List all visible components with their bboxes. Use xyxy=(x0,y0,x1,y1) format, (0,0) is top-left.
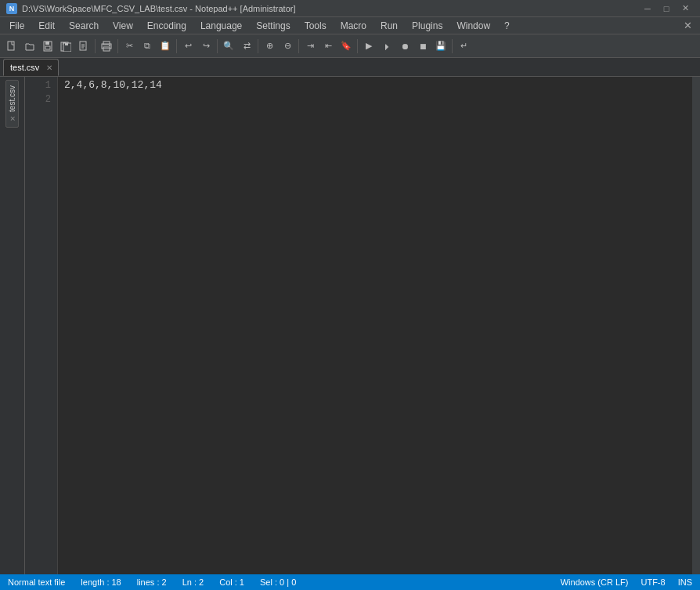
status-col: Col : 1 xyxy=(219,577,244,587)
open-file-button[interactable] xyxy=(21,38,38,55)
minimize-button[interactable]: ─ xyxy=(639,2,656,15)
word-wrap-button[interactable]: ↵ xyxy=(455,38,472,55)
menu-macro[interactable]: Macro xyxy=(334,19,373,33)
menu-language[interactable]: Language xyxy=(194,19,248,33)
status-ln: Ln : 2 xyxy=(182,577,204,587)
menu-help[interactable]: ? xyxy=(498,19,516,33)
toolbar-sep-8 xyxy=(452,39,453,53)
title-bar-controls: ─ □ ✕ xyxy=(639,2,694,15)
menu-encoding[interactable]: Encoding xyxy=(141,19,193,33)
replace-button[interactable]: ⇄ xyxy=(238,38,255,55)
macro-play-button[interactable]: ⏵ xyxy=(378,38,395,55)
line-number-1: 1 xyxy=(25,78,57,92)
side-panel: ✕ test.csv xyxy=(0,77,25,574)
menu-edit[interactable]: Edit xyxy=(32,19,61,33)
redo-button[interactable]: ↪ xyxy=(197,38,215,55)
toolbar-sep-5 xyxy=(258,39,258,53)
menu-tools[interactable]: Tools xyxy=(298,19,333,33)
run-button[interactable]: ▶ xyxy=(360,38,377,55)
macro-record-button[interactable]: ⏺ xyxy=(396,38,413,55)
code-line-1: 2,4,6,8,10,12,14 xyxy=(58,78,692,92)
tab-label: test.csv xyxy=(10,63,39,72)
toolbar-sep-7 xyxy=(357,39,358,53)
undo-button[interactable]: ↩ xyxy=(179,38,197,55)
macro-save-button[interactable]: 💾 xyxy=(432,38,449,55)
print-button[interactable] xyxy=(98,38,115,55)
toolbar-sep-4 xyxy=(217,39,218,53)
app-icon: N xyxy=(6,3,17,14)
status-encoding: UTF-8 xyxy=(640,577,665,587)
close-file-button[interactable] xyxy=(75,38,92,55)
main-area: ✕ test.csv 1 2 2,4,6,8,10,12,14 xyxy=(0,77,700,574)
outdent-button[interactable]: ⇤ xyxy=(319,38,337,55)
title-text: D:\VS\WorkSpace\MFC_CSV_LAB\test.csv - N… xyxy=(22,4,296,13)
status-eol: Windows (CR LF) xyxy=(561,577,629,587)
side-tab-file[interactable]: ✕ test.csv xyxy=(5,80,19,128)
status-lines: lines : 2 xyxy=(137,577,167,587)
menu-file[interactable]: File xyxy=(3,19,31,33)
zoom-in-button[interactable]: ⊕ xyxy=(261,38,278,55)
new-file-button[interactable] xyxy=(3,38,20,55)
tab-close-button[interactable]: ✕ xyxy=(44,62,55,73)
copy-button[interactable]: ⧉ xyxy=(139,38,156,55)
zoom-out-button[interactable]: ⊖ xyxy=(279,38,296,55)
tab-bar: test.csv ✕ xyxy=(0,58,700,77)
close-window-button[interactable]: ✕ xyxy=(677,2,694,15)
menu-run[interactable]: Run xyxy=(374,19,404,33)
maximize-button[interactable]: □ xyxy=(658,2,675,15)
toolbar-sep-1 xyxy=(95,39,96,53)
menu-settings[interactable]: Settings xyxy=(250,19,296,33)
code-editor[interactable]: 2,4,6,8,10,12,14 xyxy=(58,77,692,574)
menu-window[interactable]: Window xyxy=(450,19,496,33)
menu-plugins[interactable]: Plugins xyxy=(406,19,449,33)
side-tab-close-icon[interactable]: ✕ xyxy=(9,114,16,122)
svg-rect-0 xyxy=(8,42,14,50)
status-file-type: Normal text file xyxy=(8,577,65,587)
menu-close-button[interactable]: ✕ xyxy=(679,18,697,33)
svg-rect-15 xyxy=(109,45,110,46)
bookmark-button[interactable]: 🔖 xyxy=(337,38,355,55)
status-right: Windows (CR LF) UTF-8 INS xyxy=(561,577,692,587)
status-bar: Normal text file length : 18 lines : 2 L… xyxy=(0,574,700,590)
title-bar: N D:\VS\WorkSpace\MFC_CSV_LAB\test.csv -… xyxy=(0,0,700,17)
toolbar-sep-2 xyxy=(117,39,118,53)
toolbar: ✂ ⧉ 📋 ↩ ↪ 🔍 ⇄ ⊕ ⊖ ⇥ ⇤ 🔖 ▶ ⏵ ⏺ ⏹ 💾 ↵ xyxy=(0,34,700,58)
find-button[interactable]: 🔍 xyxy=(220,38,237,55)
indent-button[interactable]: ⇥ xyxy=(301,38,319,55)
menu-search[interactable]: Search xyxy=(63,19,105,33)
status-sel: Sel : 0 | 0 xyxy=(260,577,296,587)
toolbar-sep-6 xyxy=(298,39,299,53)
toolbar-sep-3 xyxy=(176,39,177,53)
svg-rect-3 xyxy=(45,46,50,49)
macro-stop-button[interactable]: ⏹ xyxy=(414,38,431,55)
code-line-2 xyxy=(58,92,692,107)
paste-button[interactable]: 📋 xyxy=(157,38,174,55)
menu-bar: File Edit Search View Encoding Language … xyxy=(0,17,700,34)
menu-view[interactable]: View xyxy=(106,19,139,33)
cut-button[interactable]: ✂ xyxy=(121,38,138,55)
vertical-scrollbar[interactable] xyxy=(692,77,700,574)
svg-rect-2 xyxy=(45,42,49,45)
side-tab-label: test.csv xyxy=(8,85,16,112)
save-all-button[interactable] xyxy=(57,38,74,55)
status-length: length : 18 xyxy=(81,577,121,587)
line-number-gutter: 1 2 xyxy=(25,77,58,574)
line-number-2: 2 xyxy=(25,92,57,107)
save-file-button[interactable] xyxy=(39,38,56,55)
status-ins: INS xyxy=(678,577,692,587)
svg-rect-7 xyxy=(65,43,68,45)
title-bar-left: N D:\VS\WorkSpace\MFC_CSV_LAB\test.csv -… xyxy=(6,3,296,14)
file-tab[interactable]: test.csv ✕ xyxy=(3,59,59,76)
